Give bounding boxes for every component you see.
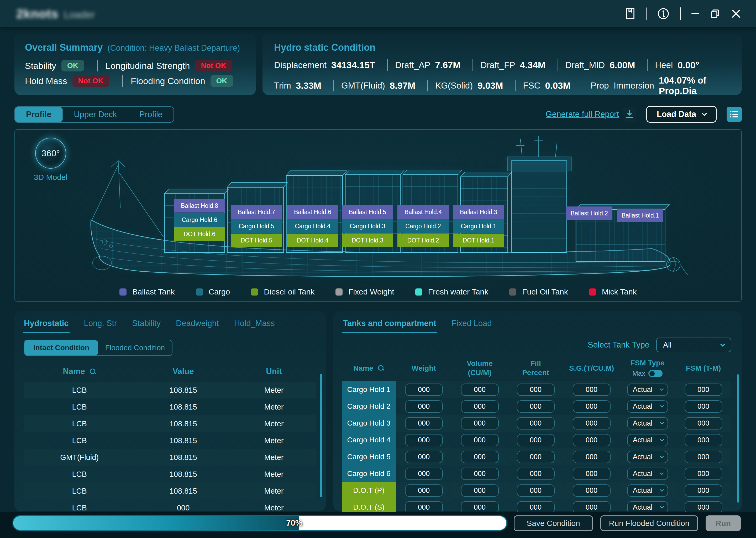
ballast-hold-label[interactable]: Ballast Hold.5 — [342, 205, 393, 219]
sg-input[interactable] — [573, 400, 611, 413]
cargo-hold-label[interactable]: Cargo Hold.2 — [398, 219, 449, 233]
fsm-input[interactable] — [685, 484, 722, 497]
dot-hold-label[interactable]: DOT Hold.4 — [287, 234, 338, 247]
volume-input[interactable] — [461, 384, 499, 396]
dot-hold-label[interactable]: DOT Hold.2 — [398, 234, 449, 247]
volume-input[interactable] — [461, 451, 499, 463]
sg-input[interactable] — [573, 484, 611, 497]
fill-percent-input[interactable] — [517, 484, 555, 497]
run-flooded-condition-button[interactable]: Run Flooded Condition — [600, 515, 698, 531]
fill-percent-input[interactable] — [517, 467, 555, 480]
ballast-hold-label[interactable]: Ballast Hold.7 — [231, 205, 282, 219]
left-panel-tab[interactable]: Deadweight — [176, 319, 219, 333]
search-icon[interactable] — [89, 368, 96, 375]
condition-toggle-option[interactable]: Intact Condition — [24, 340, 98, 355]
sg-input[interactable] — [573, 451, 611, 463]
minimize-icon[interactable] — [691, 13, 699, 14]
table-row[interactable]: LCB 108.815 Meter — [24, 382, 316, 399]
weight-input[interactable] — [405, 417, 443, 430]
cargo-hold-label[interactable]: Cargo Hold.3 — [342, 219, 393, 233]
weight-input[interactable] — [405, 400, 443, 413]
info-icon[interactable] — [657, 7, 670, 20]
tank-name-cell[interactable]: Cargo Hold 6 — [342, 465, 396, 482]
dot-hold-label[interactable]: DOT Hold.6 — [174, 227, 225, 241]
generate-report-link[interactable]: Generate full Report — [546, 107, 636, 122]
view-tab[interactable]: Profile — [15, 107, 63, 122]
save-condition-button[interactable]: Save Condition — [514, 515, 593, 531]
fill-percent-input[interactable] — [517, 451, 555, 463]
right-panel-tab[interactable]: Tanks and compartment — [343, 319, 436, 333]
maximize-icon[interactable] — [710, 8, 720, 19]
ballast-hold-label[interactable]: Ballast Hold.2 — [566, 206, 612, 220]
run-button[interactable]: Run — [706, 515, 741, 531]
ballast-hold-label[interactable]: Ballast Hold.6 — [287, 205, 338, 219]
left-panel-tab[interactable]: Stability — [132, 319, 161, 333]
cargo-hold-label[interactable]: Cargo Hold.4 — [287, 219, 338, 233]
fill-percent-input[interactable] — [517, 400, 555, 413]
fsm-type-select[interactable]: Actual — [627, 434, 668, 446]
dot-hold-label[interactable]: DOT Hold.5 — [231, 234, 282, 247]
sg-input[interactable] — [573, 384, 611, 396]
table-row[interactable]: GMT(Fluid) 108.815 Meter — [24, 449, 316, 466]
ballast-hold-label[interactable]: Ballast Hold.4 — [398, 205, 449, 219]
fsm-type-select[interactable]: Actual — [627, 484, 668, 497]
tank-name-cell[interactable]: D.O.T (P) — [342, 482, 396, 499]
ballast-hold-label[interactable]: Ballast Hold.8 — [174, 199, 225, 213]
weight-input[interactable] — [405, 384, 443, 396]
weight-input[interactable] — [405, 434, 443, 446]
scrollbar[interactable] — [320, 374, 322, 497]
search-icon[interactable] — [377, 365, 384, 371]
tank-name-cell[interactable]: Cargo Hold 2 — [342, 398, 396, 415]
fsm-input[interactable] — [685, 467, 722, 480]
sg-input[interactable] — [573, 434, 611, 446]
tank-name-cell[interactable]: Cargo Hold 1 — [342, 381, 396, 398]
table-row[interactable]: LCB 108.815 Meter — [24, 399, 316, 415]
fsm-type-select[interactable]: Actual — [627, 467, 668, 480]
360-model-button[interactable]: 360° — [35, 138, 66, 169]
close-icon[interactable] — [731, 8, 741, 19]
left-panel-tab[interactable]: Long. Str — [84, 319, 117, 333]
fsm-input[interactable] — [685, 434, 722, 446]
table-row[interactable]: LCB 108.815 Meter — [24, 432, 316, 449]
list-view-button[interactable] — [727, 107, 742, 122]
volume-input[interactable] — [461, 417, 499, 430]
table-row[interactable]: LCB 108.815 Meter — [24, 483, 316, 499]
ballast-hold-label[interactable]: Ballast Hold.3 — [453, 205, 504, 219]
fsm-type-select[interactable]: Actual — [627, 417, 668, 430]
sg-input[interactable] — [573, 417, 611, 430]
volume-input[interactable] — [461, 467, 499, 480]
bookmark-icon[interactable] — [625, 8, 635, 20]
volume-input[interactable] — [461, 400, 499, 413]
left-panel-tab[interactable]: Hold_Mass — [234, 319, 275, 333]
right-panel-tab[interactable]: Fixed Load — [451, 319, 492, 333]
volume-input[interactable] — [461, 434, 499, 446]
condition-toggle-option[interactable]: Flooded Condition — [98, 340, 172, 355]
fill-percent-input[interactable] — [517, 417, 555, 430]
scrollbar[interactable] — [737, 374, 739, 503]
weight-input[interactable] — [405, 451, 443, 463]
cargo-hold-label[interactable]: Cargo Hold.1 — [453, 219, 504, 233]
weight-input[interactable] — [405, 484, 443, 497]
ballast-hold-label[interactable]: Ballast Hold.1 — [617, 209, 663, 222]
dot-hold-label[interactable]: DOT Hold.1 — [453, 234, 504, 247]
fsm-input[interactable] — [685, 384, 722, 396]
table-row[interactable]: LCB 108.815 Meter — [24, 466, 316, 483]
fill-percent-input[interactable] — [517, 384, 555, 396]
weight-input[interactable] — [405, 467, 443, 480]
load-data-button[interactable]: Load Data — [646, 106, 717, 123]
fsm-input[interactable] — [685, 451, 722, 463]
tank-name-cell[interactable]: Cargo Hold 3 — [342, 415, 396, 432]
fsm-type-select[interactable]: Actual — [627, 384, 668, 396]
table-row[interactable]: LCB 108.815 Meter — [24, 415, 316, 432]
cargo-hold-label[interactable]: Cargo Hold.6 — [174, 213, 225, 227]
tank-type-select[interactable]: All — [656, 338, 731, 352]
fill-percent-input[interactable] — [517, 434, 555, 446]
fsm-max-toggle[interactable] — [648, 370, 663, 377]
fsm-input[interactable] — [685, 400, 722, 413]
fsm-input[interactable] — [685, 417, 722, 430]
volume-input[interactable] — [461, 484, 499, 497]
tank-name-cell[interactable]: Cargo Hold 5 — [342, 449, 396, 465]
fsm-type-select[interactable]: Actual — [627, 400, 668, 413]
view-tab[interactable]: Upper Deck — [63, 107, 128, 122]
fsm-type-select[interactable]: Actual — [627, 451, 668, 463]
